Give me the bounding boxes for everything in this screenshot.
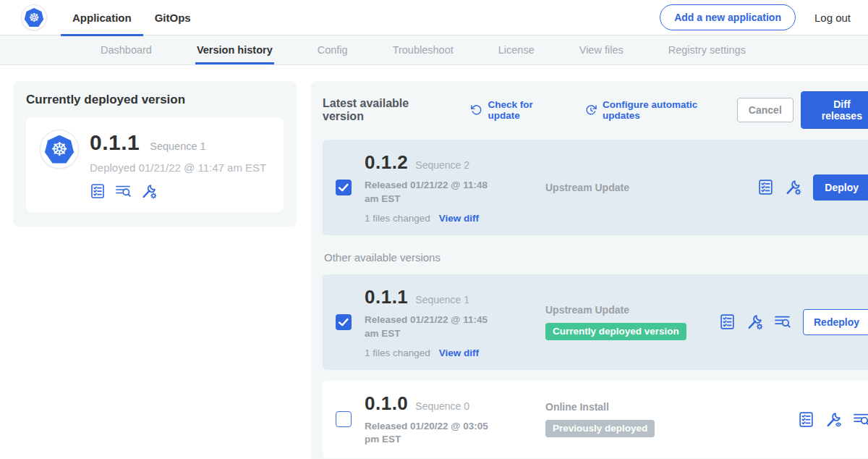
check-for-update-link[interactable]: Check for update: [470, 99, 568, 121]
check-for-update-label: Check for update: [488, 99, 568, 121]
version-source: Upstream Update: [545, 304, 719, 316]
top-nav: ☸ Application GitOps Add a new applicati…: [0, 0, 868, 35]
preflight-checks-icon[interactable]: [757, 179, 774, 195]
currently-deployed-badge: Currently deployed version: [545, 323, 686, 340]
preflight-checks-icon[interactable]: [798, 411, 814, 428]
view-diff-link[interactable]: View diff: [439, 213, 479, 224]
view-logs-icon[interactable]: [115, 183, 132, 199]
version-number: 0.1.1: [365, 286, 408, 308]
version-source: Upstream Update: [545, 182, 719, 193]
files-changed: 1 files changed: [365, 213, 430, 224]
version-row-0-1-2: 0.1.2 Sequence 2 Released 01/21/22 @ 11:…: [323, 140, 868, 235]
checkmark-icon: [336, 180, 351, 195]
edit-config-icon[interactable]: [746, 313, 763, 330]
preflight-checks-icon[interactable]: [719, 313, 736, 330]
version-number: 0.1.2: [365, 151, 408, 174]
kubernetes-icon: ☸: [25, 8, 44, 27]
deployed-version-number: 0.1.1: [90, 130, 140, 155]
released-timestamp: Released 01/21/22 @ 11:48 am EST: [365, 179, 503, 206]
edit-config-icon[interactable]: [141, 183, 157, 199]
tab-troubleshoot[interactable]: Troubleshoot: [393, 35, 454, 64]
tab-dashboard[interactable]: Dashboard: [101, 35, 152, 64]
cancel-button[interactable]: Cancel: [737, 98, 793, 122]
deploy-button[interactable]: Deploy: [813, 174, 868, 201]
refresh-icon: [470, 104, 483, 117]
version-row-0-1-1: 0.1.1 Sequence 1 Released 01/21/22 @ 11:…: [323, 274, 868, 370]
version-checkbox[interactable]: [336, 411, 352, 427]
previously-deployed-badge: Previously deployed: [545, 420, 655, 437]
other-versions-title: Other available versions: [324, 251, 868, 264]
tab-registry-settings[interactable]: Registry settings: [668, 35, 746, 64]
currently-deployed-card: Currently deployed version ☸ 0.1.1 Seque…: [13, 81, 297, 227]
tab-view-files[interactable]: View files: [579, 35, 624, 64]
nav-tab-gitops[interactable]: GitOps: [143, 0, 203, 35]
nav-tab-application-label: Application: [72, 12, 132, 24]
version-sequence: Sequence 2: [415, 159, 469, 171]
deployed-sequence: Sequence 1: [150, 140, 205, 152]
logout-button[interactable]: Log out: [814, 12, 851, 24]
version-row-0-1-0: 0.1.0 Sequence 0 Released 01/20/22 @ 03:…: [323, 381, 868, 459]
checkmark-icon: [336, 315, 351, 329]
currently-deployed-title: Currently deployed version: [26, 93, 284, 107]
released-timestamp: Released 01/20/22 @ 03:05 pm EST: [365, 420, 503, 447]
app-logo: ☸: [22, 5, 46, 30]
version-source: Online Install: [545, 401, 719, 413]
version-history-panel: Latest available version Check for updat…: [311, 81, 868, 459]
files-changed: 1 files changed: [365, 348, 430, 358]
view-logs-icon[interactable]: [853, 411, 868, 428]
configure-automatic-updates-label: Configure automatic updates: [603, 99, 737, 121]
version-checkbox[interactable]: [336, 180, 352, 195]
nav-tab-application[interactable]: Application: [61, 0, 143, 35]
released-timestamp: Released 01/21/22 @ 11:45 am EST: [365, 313, 503, 341]
add-new-application-button[interactable]: Add a new application: [660, 4, 796, 30]
version-number: 0.1.0: [365, 392, 408, 415]
kubernetes-icon: ☸: [45, 135, 75, 164]
tab-version-history[interactable]: Version history: [197, 35, 273, 64]
version-sequence: Sequence 1: [415, 294, 469, 306]
edit-config-icon[interactable]: [785, 179, 801, 195]
auto-update-clock-icon: [584, 104, 597, 117]
deployed-version-card: ☸ 0.1.1 Sequence 1 Deployed 01/21/22 @ 1…: [26, 117, 284, 212]
tab-license[interactable]: License: [498, 35, 535, 64]
nav-tab-gitops-label: GitOps: [155, 12, 191, 24]
diff-releases-button[interactable]: Diff releases: [801, 91, 868, 129]
tab-config[interactable]: Config: [318, 35, 348, 64]
latest-available-title: Latest available version: [323, 97, 453, 123]
configure-automatic-updates-link[interactable]: Configure automatic updates: [584, 99, 737, 121]
app-sub-nav: Dashboard Version history Config Trouble…: [0, 35, 868, 65]
version-sequence: Sequence 0: [415, 400, 469, 412]
view-logs-icon[interactable]: [774, 313, 791, 330]
view-diff-link[interactable]: View diff: [439, 348, 479, 358]
app-icon: ☸: [41, 130, 78, 168]
deployed-timestamp: Deployed 01/21/22 @ 11:47 am EST: [90, 161, 266, 174]
view-config-icon[interactable]: [825, 411, 842, 428]
version-checkbox[interactable]: [336, 314, 352, 330]
redeploy-button[interactable]: Redeploy: [803, 309, 868, 335]
preflight-checks-icon[interactable]: [90, 183, 106, 199]
